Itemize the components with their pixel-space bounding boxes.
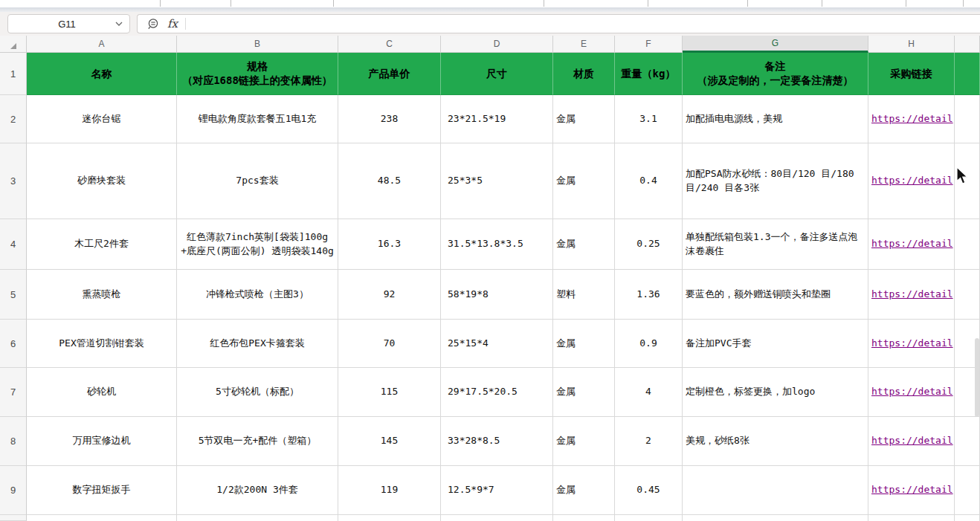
- column-header-F[interactable]: F: [615, 36, 683, 53]
- cell-G2[interactable]: 加配插电电源线，美规: [683, 95, 868, 143]
- cell-G6[interactable]: 备注加PVC手套: [683, 320, 868, 368]
- ribbon-divider: [544, 0, 544, 7]
- row-header-7[interactable]: 7: [0, 368, 27, 417]
- column-header-D[interactable]: D: [441, 36, 553, 53]
- header-cell-D1[interactable]: 尺寸: [441, 53, 553, 95]
- purchase-link[interactable]: https://detail: [871, 237, 953, 251]
- cell-G8[interactable]: 美规，砂纸8张: [683, 417, 868, 466]
- cell-B2[interactable]: 锂电款角度款套餐五1电1充: [177, 95, 338, 143]
- cell-B6[interactable]: 红色布包PEX卡箍套装: [177, 320, 338, 368]
- header-cell-H1[interactable]: 采购链接: [868, 53, 955, 95]
- cell-B7[interactable]: 5寸砂轮机（标配）: [177, 368, 338, 417]
- select-all-corner[interactable]: [0, 36, 27, 53]
- cell-C9[interactable]: 119: [338, 466, 441, 515]
- cell-B5[interactable]: 冲锋枪式喷枪（主图3）: [177, 270, 338, 320]
- cell-D8[interactable]: 33*28*8.5: [441, 417, 553, 466]
- purchase-link[interactable]: https://detail: [871, 288, 953, 302]
- row-header-6[interactable]: 6: [0, 320, 27, 368]
- formula-bar[interactable]: fx: [137, 14, 980, 33]
- cell-C3[interactable]: 48.5: [338, 143, 441, 219]
- cell-E2[interactable]: 金属: [553, 95, 615, 143]
- row-header-3[interactable]: 3: [0, 143, 27, 219]
- cell-G3[interactable]: 加配PSA防水砂纸：80目/120 目/180 目/240 目各3张: [683, 143, 868, 219]
- cell-B9[interactable]: 1/2款200N 3件套: [177, 466, 338, 515]
- cell-B8[interactable]: 5节双电一充+配件（塑箱）: [177, 417, 338, 466]
- name-box[interactable]: G11: [7, 14, 130, 33]
- cell-C7[interactable]: 115: [338, 368, 441, 417]
- cell-F7[interactable]: 4: [615, 368, 683, 417]
- cell-F9[interactable]: 0.45: [615, 466, 683, 515]
- column-header-G[interactable]: G: [683, 36, 868, 53]
- header-cell-F1[interactable]: 重量（kg）: [615, 53, 683, 95]
- formula-bar-row: G11 fx: [0, 12, 980, 36]
- fx-icon[interactable]: fx: [167, 17, 178, 30]
- cell-F8[interactable]: 2: [615, 417, 683, 466]
- cell-A3[interactable]: 砂磨块套装: [27, 143, 177, 219]
- row-header-2[interactable]: 2: [0, 95, 27, 143]
- column-header-C[interactable]: C: [338, 36, 441, 53]
- cell-E8[interactable]: 金属: [553, 417, 615, 466]
- row-header-9[interactable]: 9: [0, 466, 27, 515]
- cell-B3[interactable]: 7pcs套装: [177, 143, 338, 219]
- cell-G4[interactable]: 单独配纸箱包装1.3一个，备注多送点泡沫卷裹住: [683, 219, 868, 270]
- cell-A8[interactable]: 万用宝修边机: [27, 417, 177, 466]
- row-header-4[interactable]: 4: [0, 219, 27, 270]
- header-cell-E1[interactable]: 材质: [553, 53, 615, 95]
- cell-D6[interactable]: 25*15*4: [441, 320, 553, 368]
- purchase-link[interactable]: https://detail: [871, 434, 953, 448]
- cell-A4[interactable]: 木工尺2件套: [27, 219, 177, 270]
- cell-E6[interactable]: 金属: [553, 320, 615, 368]
- cell-F6[interactable]: 0.9: [615, 320, 683, 368]
- cell-H8: https://detail: [868, 417, 955, 466]
- cell-F5[interactable]: 1.36: [615, 270, 683, 320]
- cell-A6[interactable]: PEX管道切割钳套装: [27, 320, 177, 368]
- purchase-link[interactable]: https://detail: [871, 112, 953, 126]
- cell-C2[interactable]: 238: [338, 95, 441, 143]
- cell-D3[interactable]: 25*3*5: [441, 143, 553, 219]
- column-header-A[interactable]: A: [27, 36, 177, 53]
- column-header-B[interactable]: B: [177, 36, 338, 53]
- header-cell-C1[interactable]: 产品单价: [338, 53, 441, 95]
- cell-E7[interactable]: 金属: [553, 368, 615, 417]
- header-cell-A1[interactable]: 名称: [27, 53, 177, 95]
- header-cell-B1[interactable]: 规格 （对应1688链接上的变体属性）: [177, 53, 338, 95]
- cell-D9[interactable]: 12.5*9*7: [441, 466, 553, 515]
- purchase-link[interactable]: https://detail: [871, 483, 953, 497]
- cell-A7[interactable]: 砂轮机: [27, 368, 177, 417]
- cell-D5[interactable]: 58*19*8: [441, 270, 553, 320]
- purchase-link[interactable]: https://detail: [871, 337, 953, 351]
- cell-G5[interactable]: 要蓝色的，额外赠送铜喷头和垫圈: [683, 270, 868, 320]
- row-header-1[interactable]: 1: [0, 53, 27, 95]
- chevron-down-icon[interactable]: [115, 22, 123, 26]
- cell-A2[interactable]: 迷你台锯: [27, 95, 177, 143]
- cell-D7[interactable]: 29*17.5*20.5: [441, 368, 553, 417]
- cell-E5[interactable]: 塑料: [553, 270, 615, 320]
- cell-A5[interactable]: 熏蒸喷枪: [27, 270, 177, 320]
- cell-G9[interactable]: [683, 466, 868, 515]
- vertical-scrollbar-thumb[interactable]: [975, 338, 979, 417]
- cell-F2[interactable]: 3.1: [615, 95, 683, 143]
- cell-D2[interactable]: 23*21.5*19: [441, 95, 553, 143]
- cell-F4[interactable]: 0.25: [615, 219, 683, 270]
- cell-C8[interactable]: 145: [338, 417, 441, 466]
- cell-E9[interactable]: 金属: [553, 466, 615, 515]
- cell-F3[interactable]: 0.4: [615, 143, 683, 219]
- column-header-H[interactable]: H: [868, 36, 955, 53]
- purchase-link[interactable]: https://detail: [871, 174, 953, 188]
- cell-A9[interactable]: 数字扭矩扳手: [27, 466, 177, 515]
- cell-B4[interactable]: 红色薄款7inch英制[袋装]100g+底座尺(两面公制) 透明袋装140g: [177, 219, 338, 270]
- cell-G7[interactable]: 定制橙色，标签更换，加logo: [683, 368, 868, 417]
- magnifier-lines-icon[interactable]: [147, 18, 160, 30]
- cell-D4[interactable]: 31.5*13.8*3.5: [441, 219, 553, 270]
- cell-C4[interactable]: 16.3: [338, 219, 441, 270]
- cell-C5[interactable]: 92: [338, 270, 441, 320]
- row-header-5[interactable]: 5: [0, 270, 27, 320]
- column-header-E[interactable]: E: [553, 36, 615, 53]
- row-header-8[interactable]: 8: [0, 417, 27, 466]
- cell-E3[interactable]: 金属: [553, 143, 615, 219]
- cell-C6[interactable]: 70: [338, 320, 441, 368]
- cell-H5: https://detail: [868, 270, 955, 320]
- cell-E4[interactable]: 金属: [553, 219, 615, 270]
- purchase-link[interactable]: https://detail: [871, 385, 953, 399]
- header-cell-G1[interactable]: 备注 （涉及定制的，一定要备注清楚）: [683, 53, 868, 95]
